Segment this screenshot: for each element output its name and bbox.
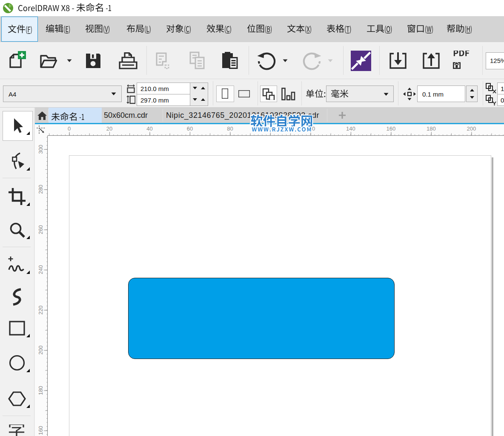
home-tab-button[interactable] (37, 111, 47, 120)
menu-item-tools-label: 工具(O) (367, 24, 392, 34)
tool-text-button[interactable] (8, 425, 26, 436)
menu-item-layout[interactable]: 布局(L) (120, 17, 157, 42)
new-document-button[interactable] (6, 51, 27, 71)
undo-button[interactable] (256, 51, 277, 71)
menu-item-file[interactable]: 文件(F) (1, 17, 38, 42)
menu-item-help[interactable]: 帮助(H) (441, 17, 478, 42)
watermark-url: WWW.RJZXW.COM (251, 125, 313, 134)
tool-artistic-media-button[interactable] (8, 288, 26, 306)
menu-item-table[interactable]: 表格(T) (321, 17, 358, 42)
v-ruler-label: 200 (37, 345, 44, 355)
menu-item-tools[interactable]: 工具(O) (361, 17, 398, 42)
standard-toolbar: 125% (0, 42, 504, 79)
coreldraw-logo-icon (3, 3, 13, 13)
tool-crop-button[interactable] (8, 187, 26, 206)
spin-up-icon[interactable] (201, 87, 205, 89)
tool-ellipse-button[interactable] (8, 353, 26, 372)
menu-item-edit[interactable]: 编辑(E) (40, 17, 77, 42)
import-button[interactable] (388, 51, 408, 71)
spin-up-icon[interactable] (201, 98, 205, 101)
new-tab-button[interactable] (338, 111, 346, 120)
spin-down-icon[interactable] (193, 87, 197, 89)
menu-item-window[interactable]: 窗口(W) (401, 17, 440, 42)
tool-zoom-flyout-icon (26, 236, 30, 239)
h-ruler-label: 160 (387, 125, 396, 132)
menu-item-table-label: 表格(T) (326, 24, 352, 34)
zoom-level-combo[interactable]: 125% (486, 52, 504, 69)
tool-pick-button[interactable] (8, 116, 26, 135)
tool-freehand-button[interactable] (8, 255, 26, 274)
page-width-value: 210.0 mm (140, 85, 169, 92)
menu-bar: 文件(F) 编辑(E) 视图(V) 布局(L) 对象(C) 效果(C) 位图(B… (0, 16, 504, 42)
h-ruler-label: 180 (427, 125, 436, 132)
menu-item-view[interactable]: 视图(V) (79, 17, 116, 42)
ruler-origin-icon (36, 125, 46, 135)
page-width-icon (126, 84, 135, 93)
redo-dropdown-arrow[interactable] (328, 59, 333, 62)
duplicate-y-value: 0. (501, 97, 504, 104)
paste-button[interactable] (220, 51, 240, 71)
vertical-ruler[interactable]: 300 280 260 240 220 200 180 160 (35, 136, 48, 436)
menu-item-effects[interactable]: 效果(C) (200, 17, 238, 42)
ruler-origin-corner[interactable] (35, 124, 48, 136)
h-ruler-label: 0 (68, 125, 71, 132)
landscape-icon[interactable] (238, 90, 250, 97)
menu-item-effects-label: 效果(C) (206, 24, 232, 34)
export-button[interactable] (421, 51, 441, 71)
page-size-spinners[interactable] (190, 83, 208, 106)
title-bar: CorelDRAW X8 - 未命名 -1 (0, 0, 504, 16)
units-dropdown-icon (384, 93, 389, 96)
menu-item-object[interactable]: 对象(C) (160, 17, 198, 42)
units-label: 单位: (306, 89, 326, 99)
nudge-spin-up-icon[interactable] (470, 89, 474, 91)
zoom-level-value: 125% (490, 57, 504, 64)
tool-polygon-button[interactable] (8, 389, 26, 408)
v-ruler-label: 300 (37, 145, 44, 154)
page-size-combo[interactable] (3, 85, 122, 102)
h-ruler-label: 200 (467, 125, 476, 132)
h-ruler-label: 80 (227, 125, 233, 132)
all-pages-icon (262, 88, 275, 100)
tool-shape-button[interactable] (8, 152, 26, 171)
redo-button[interactable] (302, 51, 322, 71)
toolbox (0, 108, 34, 436)
units-value: 毫米 (331, 89, 349, 99)
application-launcher-button[interactable] (351, 51, 371, 71)
menu-item-window-label: 窗口(W) (407, 24, 434, 34)
open-button[interactable] (38, 51, 59, 71)
tool-crop-flyout-icon (26, 202, 30, 206)
menu-item-bitmaps-label: 位图(B) (247, 24, 272, 34)
page-shadow (492, 157, 494, 436)
menu-item-bitmaps[interactable]: 位图(B) (241, 17, 278, 42)
tool-shape-flyout-icon (26, 167, 30, 171)
duplicate-x-icon (485, 83, 496, 94)
nudge-spin-down-icon[interactable] (470, 96, 474, 99)
document-tab-50x60cm-label: 50x60cm.cdr (104, 111, 148, 120)
publish-to-pdf-button[interactable] (453, 51, 473, 71)
main-area: 未命名 -1 50x60cm.cdr Nipic_32146765_202012… (0, 108, 504, 436)
spin-down-icon[interactable] (193, 98, 197, 101)
drawing-canvas[interactable] (48, 136, 504, 436)
rounded-rectangle-shape[interactable] (128, 278, 395, 359)
undo-dropdown-arrow[interactable] (283, 59, 288, 62)
tool-ellipse-flyout-icon (26, 369, 30, 372)
print-button[interactable] (117, 51, 138, 71)
v-ruler-label: 280 (37, 185, 44, 194)
tool-polygon-flyout-icon (26, 405, 30, 408)
tool-rectangle-button[interactable] (8, 319, 26, 337)
menu-item-text[interactable]: 文本(X) (281, 17, 318, 42)
save-button[interactable] (83, 51, 103, 71)
copy-button[interactable] (187, 51, 207, 71)
drawing-scale-icon[interactable] (281, 88, 295, 100)
tool-rectangle-flyout-icon (26, 334, 30, 337)
v-ruler-label: 240 (37, 265, 44, 274)
nudge-spinner[interactable] (466, 85, 478, 102)
open-dropdown-arrow[interactable] (67, 59, 72, 62)
nudge-offset-icon (403, 88, 416, 100)
property-bar: A4 210.0 mm 297.0 mm 单位: 毫米 0.1 mm 1. 0. (0, 79, 504, 108)
cut-button[interactable] (154, 51, 175, 71)
duplicate-y-icon (485, 94, 496, 106)
tool-zoom-button[interactable] (8, 220, 26, 239)
menu-item-view-label: 视图(V) (85, 24, 110, 34)
page-height-icon (126, 95, 135, 104)
